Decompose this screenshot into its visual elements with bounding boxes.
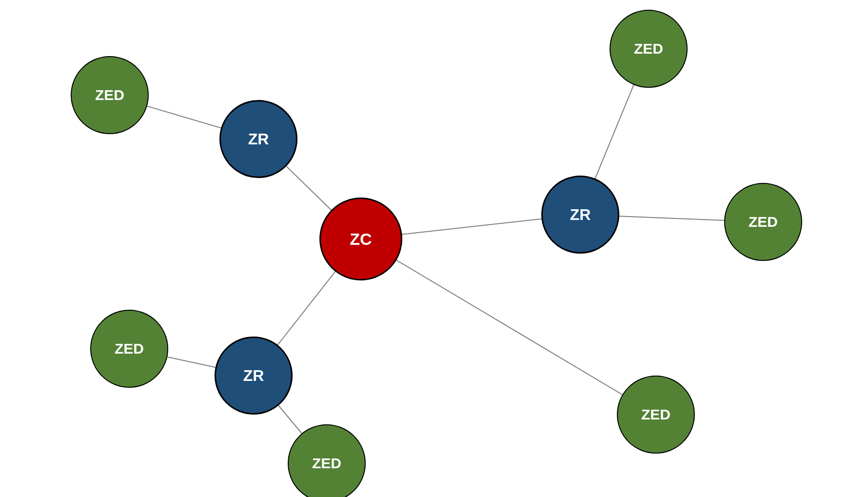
node-label: ZR: [570, 206, 591, 224]
node-zc: ZC: [319, 198, 402, 280]
node-zr-bottom-left: ZR: [215, 337, 293, 415]
node-zr-top-left: ZR: [219, 100, 297, 178]
node-label: ZED: [115, 340, 144, 357]
node-label: ZC: [350, 230, 372, 249]
node-zed-2: ZED: [610, 10, 688, 88]
node-zed-5: ZED: [90, 310, 168, 388]
node-zed-6: ZED: [288, 424, 366, 497]
node-label: ZED: [749, 214, 778, 230]
node-label: ZED: [312, 455, 341, 472]
node-label: ZR: [243, 367, 264, 385]
node-label: ZED: [634, 40, 663, 57]
node-zed-1: ZED: [71, 56, 149, 134]
node-zed-4: ZED: [617, 376, 695, 454]
node-label: ZED: [95, 87, 124, 103]
node-zed-3: ZED: [724, 183, 802, 261]
node-zr-right: ZR: [541, 176, 619, 254]
edge-zc-zed4: [361, 239, 656, 415]
node-label: ZED: [641, 406, 671, 423]
diagram-canvas: ZC ZR ZR ZR ZED ZED ZED ZED ZED ZED: [0, 0, 868, 497]
node-label: ZR: [248, 130, 269, 148]
